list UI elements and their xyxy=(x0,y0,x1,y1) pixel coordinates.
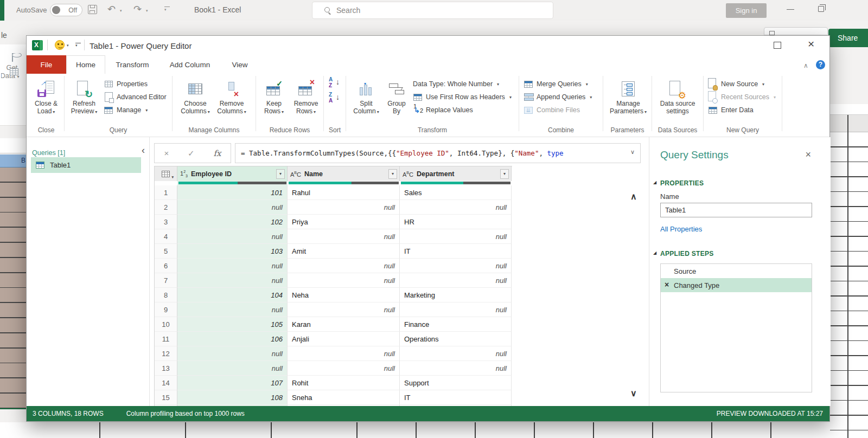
collapse-triangle-icon[interactable]: ◢ xyxy=(653,250,656,255)
collapse-triangle-icon[interactable]: ◢ xyxy=(653,180,656,185)
table-cell[interactable]: null xyxy=(400,273,512,288)
smiley-caret-icon[interactable]: ▾ xyxy=(67,43,69,48)
table-cell[interactable]: null xyxy=(177,200,288,215)
row-number[interactable]: 13 xyxy=(155,361,177,376)
remove-columns-button[interactable]: × Remove Columns▾ xyxy=(214,78,250,116)
table-cell[interactable]: 103 xyxy=(177,244,288,259)
properties-button[interactable]: Properties xyxy=(104,78,148,90)
all-properties-link[interactable]: All Properties xyxy=(660,225,702,233)
table-cell[interactable]: IT xyxy=(400,244,512,259)
query-list-item-table1[interactable]: Table1 xyxy=(31,157,141,173)
table-cell[interactable]: 105 xyxy=(177,317,288,332)
split-column-button[interactable]: ▾ Split Column▾ xyxy=(351,78,381,116)
column-header-employee-id[interactable]: 123 Employee ID ▾ xyxy=(177,166,288,181)
sort-ascending-button[interactable]: AZ↓ xyxy=(327,77,341,89)
row-number[interactable]: 8 xyxy=(155,288,177,302)
table-cell[interactable]: Support xyxy=(400,376,512,390)
row-number[interactable]: 10 xyxy=(155,317,177,332)
data-type-button[interactable]: Data Type: Whole Number▾ xyxy=(413,78,499,90)
feedback-smiley-icon[interactable] xyxy=(55,40,65,50)
table-cell[interactable]: null xyxy=(177,259,288,273)
tab-transform[interactable]: Transform xyxy=(105,55,159,74)
table-cell[interactable]: 101 xyxy=(177,185,288,200)
merge-queries-button[interactable]: Merge Queries▾ xyxy=(524,78,588,90)
table-cell[interactable]: null xyxy=(177,361,288,376)
text-type-icon[interactable]: ABC xyxy=(403,170,413,178)
table-cell[interactable]: Anjali xyxy=(288,332,400,346)
column-header-name[interactable]: ABC Name ▾ xyxy=(288,166,400,181)
tab-file[interactable]: File xyxy=(27,55,66,74)
row-number[interactable]: 6 xyxy=(155,259,177,273)
table-cell[interactable]: HR xyxy=(400,215,512,229)
close-pane-icon[interactable]: × xyxy=(805,149,811,160)
filter-button[interactable]: ▾ xyxy=(500,169,509,179)
pq-title-bar[interactable]: X ▾ ▾ Table1 - Power Query Editor × xyxy=(27,36,829,55)
tab-view[interactable]: View xyxy=(220,55,259,74)
row-number[interactable]: 2 xyxy=(155,200,177,215)
table-cell[interactable]: Sales xyxy=(400,185,512,200)
step-source[interactable]: Source xyxy=(661,264,812,278)
tab-home[interactable]: Home xyxy=(66,55,105,74)
table-cell[interactable]: null xyxy=(177,229,288,244)
advanced-editor-button[interactable]: Advanced Editor xyxy=(104,91,167,103)
text-type-icon[interactable]: ABC xyxy=(290,170,301,178)
row-number[interactable]: 9 xyxy=(155,302,177,317)
select-all-corner[interactable]: ▾ xyxy=(155,166,177,181)
table-cell[interactable]: 108 xyxy=(177,390,288,405)
filter-button[interactable]: ▾ xyxy=(276,169,285,179)
table-cell[interactable]: Operations xyxy=(400,332,512,346)
table-cell[interactable]: null xyxy=(177,273,288,288)
append-queries-button[interactable]: ↕ Append Queries▾ xyxy=(524,91,592,103)
sort-descending-button[interactable]: ZA↓ xyxy=(327,92,341,104)
table-cell[interactable]: 104 xyxy=(177,288,288,302)
manage-button[interactable]: Manage▾ xyxy=(104,104,148,116)
manage-parameters-button[interactable]: Manage Parameters▾ xyxy=(608,78,648,116)
table-cell[interactable]: null xyxy=(288,259,400,273)
fx-icon[interactable]: fx xyxy=(214,149,221,158)
delete-step-icon[interactable]: × xyxy=(665,280,669,289)
use-first-row-as-headers-button[interactable]: Use First Row as Headers▾ xyxy=(413,91,512,103)
table-cell[interactable]: null xyxy=(400,200,512,215)
remove-rows-button[interactable]: × Remove Rows▾ xyxy=(290,78,322,116)
table-cell[interactable]: Neha xyxy=(288,288,400,302)
refresh-preview-button[interactable]: ↻ Refresh Preview▾ xyxy=(68,78,100,116)
cancel-formula-icon[interactable]: × xyxy=(164,149,169,158)
tab-add-column[interactable]: Add Column xyxy=(159,55,220,74)
row-number[interactable]: 3 xyxy=(155,215,177,229)
row-number[interactable]: 5 xyxy=(155,244,177,259)
commit-formula-icon[interactable]: ✓ xyxy=(188,149,195,158)
table-cell[interactable]: Rahul xyxy=(288,185,400,200)
row-number[interactable]: 11 xyxy=(155,332,177,346)
table-cell[interactable]: null xyxy=(400,259,512,273)
table-cell[interactable]: null xyxy=(288,361,400,376)
collapse-pane-icon[interactable]: ‹ xyxy=(142,145,145,156)
formula-input[interactable]: = Table.TransformColumnTypes(Source,{{"E… xyxy=(235,143,641,163)
row-number[interactable]: 7 xyxy=(155,273,177,288)
choose-columns-button[interactable]: Choose Columns▾ xyxy=(179,78,212,116)
table-cell[interactable]: Priya xyxy=(288,215,400,229)
row-number[interactable]: 15 xyxy=(155,390,177,405)
quick-access-customize-icon[interactable]: ▾ xyxy=(75,43,81,47)
table-cell[interactable]: null xyxy=(288,302,400,317)
expand-formula-bar-icon[interactable]: ∨ xyxy=(630,149,635,156)
table-cell[interactable]: 106 xyxy=(177,332,288,346)
enter-data-button[interactable]: Enter Data xyxy=(708,104,754,116)
table-cell[interactable]: Amit xyxy=(288,244,400,259)
table-cell[interactable]: Finance xyxy=(400,317,512,332)
table-cell[interactable]: null xyxy=(400,346,512,361)
scroll-up-icon[interactable]: ∧ xyxy=(630,191,637,202)
table-cell[interactable]: null xyxy=(400,361,512,376)
row-number[interactable]: 14 xyxy=(155,376,177,390)
table-cell[interactable]: Sneha xyxy=(288,390,400,405)
table-cell[interactable]: null xyxy=(177,302,288,317)
filter-button[interactable]: ▾ xyxy=(388,169,397,179)
collapse-ribbon-icon[interactable]: ∧ xyxy=(803,62,808,69)
row-number[interactable]: 1 xyxy=(155,185,177,200)
table-cell[interactable]: Karan xyxy=(288,317,400,332)
table-cell[interactable]: Marketing xyxy=(400,288,512,302)
keep-rows-button[interactable]: ✓ Keep Rows▾ xyxy=(260,78,288,116)
close-and-load-button[interactable]: → Close & Load▾ xyxy=(30,78,62,116)
table-cell[interactable]: null xyxy=(288,200,400,215)
new-source-button[interactable]: New Source▾ xyxy=(708,78,764,90)
column-header-department[interactable]: ABC Department ▾ xyxy=(400,166,512,181)
